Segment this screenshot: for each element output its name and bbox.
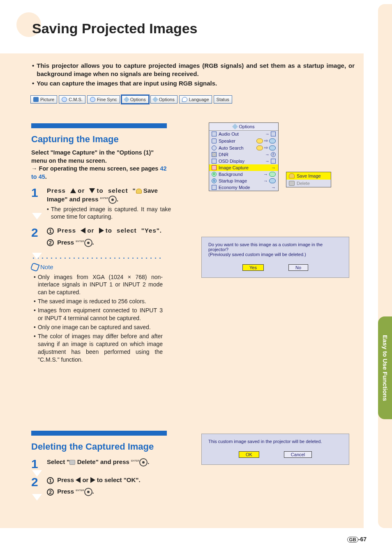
text: Press [57,476,76,483]
left-arrow-icon [76,477,81,483]
cms-icon [62,97,67,102]
text: Press [57,239,76,246]
osd-row-startup-image[interactable]: SStartup Image→ [209,178,278,184]
dialog-text: Do you want to save this image as a cust… [208,242,342,252]
substep-1-icon: 1 [47,477,54,484]
submenu-save-image[interactable]: Save Image [286,172,331,180]
osd-row-image-capture[interactable]: Image Capture→ [209,164,278,171]
language-icon [182,97,187,102]
text: Press [57,227,81,234]
intro-text: • This projector allows you to capture p… [32,62,355,88]
step-number: 2 [31,476,44,488]
step-1: 1 Select " Delete" and press ENTER. [31,458,171,470]
dnr-icon [212,152,217,157]
picture-icon [33,97,39,102]
background-icon: B [212,172,217,177]
menu-tab-bar: Picture C.M.S. Fine Sync Options Options… [30,95,232,104]
substep-2-icon: 2 [47,489,54,496]
note-item: •Only one image can be captured and save… [34,323,163,331]
substep-2-icon: 2 [47,239,54,246]
auto-search-icon [212,145,217,150]
section-bar [31,123,167,128]
osd-row-osd-display[interactable]: OSD Display→ [209,158,278,164]
arrow-icon: → [271,165,276,170]
section-deleting: Deleting the Captured Image 1 Select " D… [31,431,171,496]
bullet-icon: • [32,62,34,78]
down-arrow-icon [89,188,95,193]
finesync-icon [90,97,95,102]
step-number: 1 [31,187,44,199]
osd-row-economy-mode[interactable]: Economy Mode→ [209,184,278,191]
enter-button-icon [108,196,117,204]
osd-row-speaker[interactable]: Speaker⇨ [209,137,278,144]
section-capturing: Capturing the Image Select "Image Captur… [31,123,171,365]
step-body: Press or to select " Save Image" and pre… [47,187,171,221]
arrow-icon: → [265,159,270,164]
text: to select "OK". [97,476,141,483]
osd-header: Options [209,123,278,131]
arrow-icon: → [263,172,268,177]
right-gutter [378,4,392,528]
value-icon [269,172,276,177]
dialog-text: (Previously saved custom image will be d… [208,252,342,257]
dialog-yes-button[interactable]: Yes [242,264,264,271]
lead-period: . [45,173,47,180]
osd-row-audio-out[interactable]: Audio Out→ [209,131,278,137]
enter-button-icon [84,488,92,496]
enter-label: ENTER [131,459,139,462]
dialog-text: This custom image saved in the projector… [208,439,342,444]
audio-out-icon [212,132,217,136]
tab-label: Options [130,97,146,102]
text: The projected image is captured. It may … [51,205,171,221]
tab-options-1[interactable]: Options [122,95,149,104]
section-bar [31,431,167,436]
enter-label: ENTER [76,240,84,242]
value-icon [269,178,276,183]
value-icon [271,159,276,164]
arrow-icon: → [31,165,39,172]
tab-language[interactable]: Language [179,95,212,104]
up-arrow-icon [70,188,76,193]
options-icon [124,97,129,102]
lead-part1: Select "Image Capture" in the "Options (… [31,149,154,164]
dialog-ok-button[interactable]: OK [239,451,259,458]
tab-finesync[interactable]: Fine Sync [87,95,120,104]
arrow-icon: ⇨ [264,145,268,150]
tab-cms[interactable]: C.M.S. [59,95,85,104]
delete-icon [69,460,75,465]
text: to select " [97,187,136,194]
step-body: Select " Delete" and press ENTER. [47,458,171,466]
section-heading: Deleting the Captured Image [31,441,171,452]
osd-options-panel: Options Audio Out→ Speaker⇨ Auto Search⇨… [209,122,279,191]
step-arrow-icon [32,253,42,259]
step-1: 1 Press or to select " Save Image" and p… [31,187,171,221]
page-number: -67 [358,536,367,542]
osd-row-auto-search[interactable]: Auto Search⇨ [209,144,278,151]
text: Select " [47,458,69,465]
arrow-icon: → [271,185,276,190]
right-arrow-icon [99,228,104,233]
osd-row-background[interactable]: BBackground→ [209,171,278,178]
tab-label: Language [189,97,209,102]
section-lead: Select "Image Capture" in the "Options (… [31,149,171,181]
tab-options-2[interactable]: Options [150,95,178,104]
dialog-save-confirm: Do you want to save this image as a cust… [201,237,349,278]
economy-mode-icon [212,185,217,190]
tab-status[interactable]: Status [214,95,232,104]
arrow-icon: ⇨ [264,138,268,143]
intro-bullet: • You can capture the images that are in… [32,79,355,88]
toggle-icon [256,145,263,150]
tab-picture[interactable]: Picture [30,95,57,104]
value-icon: 2 [271,152,276,157]
tab-label: Options [159,97,175,102]
page-title: Saving Projected Images [32,21,198,37]
note-item: •Only images from XGA (1024 × 768) non-i… [34,273,163,297]
tab-label: C.M.S. [69,97,83,102]
step-subtext: • The projected image is captured. It ma… [47,205,171,221]
dialog-no-button[interactable]: No [288,264,308,271]
osd-row-dnr[interactable]: DNR→2 [209,151,278,158]
note-item: •Images from equipment connected to INPU… [34,307,163,322]
dialog-cancel-button[interactable]: Cancel [284,451,312,458]
bullet-icon: • [32,79,34,88]
submenu-delete[interactable]: Delete [286,180,331,187]
